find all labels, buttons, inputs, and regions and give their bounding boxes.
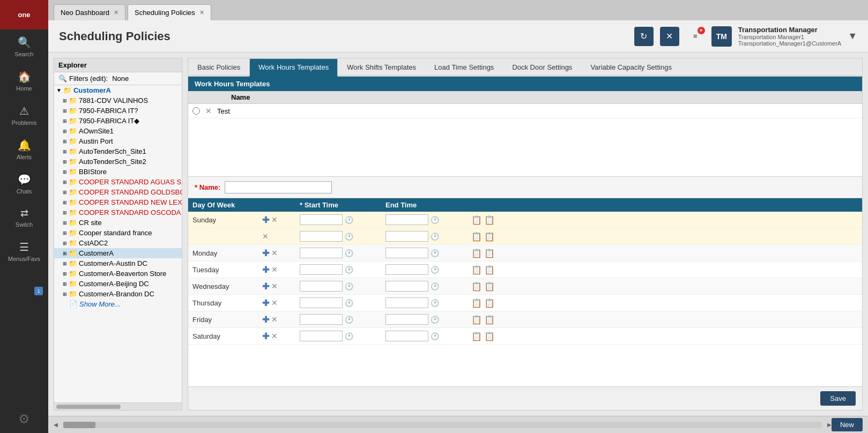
saturday-paste-icon[interactable]: 📋: [484, 331, 495, 341]
tuesday-end-clock[interactable]: 🕐: [431, 266, 439, 274]
delete-row-icon[interactable]: ✕: [205, 107, 212, 115]
monday-copy-icon[interactable]: 📋: [471, 248, 482, 258]
tree-item-show-more[interactable]: 📄 Show More...: [54, 299, 182, 309]
browser-tab-scheduling[interactable]: Scheduling Policies ✕: [128, 4, 211, 20]
tuesday-paste-icon[interactable]: 📋: [484, 265, 495, 275]
friday-start-clock[interactable]: 🕐: [345, 316, 353, 324]
tree-item-auto1[interactable]: ⊞ 📁 AutoTenderSch_Site1: [54, 146, 182, 156]
tree-item-7950b[interactable]: ⊞ 📁 7950-FABRICA IT◆: [54, 116, 182, 126]
tree-item-bbi[interactable]: ⊞ 📁 BBIStore: [54, 167, 182, 177]
wht-row-radio[interactable]: [192, 107, 200, 115]
close-scheduling-tab[interactable]: ✕: [199, 9, 204, 16]
tab-work-shifts-templates[interactable]: Work Shifts Templates: [338, 58, 425, 76]
thursday-start-input[interactable]: [300, 297, 343, 308]
saturday-remove-icon[interactable]: ✕: [271, 332, 278, 340]
wednesday-start-clock[interactable]: 🕐: [345, 282, 353, 290]
sunday-extra-paste-icon[interactable]: 📋: [484, 232, 495, 242]
sidebar-item-switch[interactable]: ⇄ 1 Switch: [0, 201, 48, 234]
sunday-start-clock[interactable]: 🕐: [345, 216, 353, 224]
sidebar-item-chats[interactable]: 💬 Chats: [0, 167, 48, 201]
explorer-scroll-x[interactable]: [54, 402, 182, 410]
new-button[interactable]: New: [832, 418, 863, 431]
tuesday-end-input[interactable]: [385, 264, 428, 275]
sunday-end-clock[interactable]: 🕐: [431, 216, 439, 224]
wednesday-add-icon[interactable]: ✚: [262, 281, 269, 292]
tuesday-copy-icon[interactable]: 📋: [471, 265, 482, 275]
tree-item-auto2[interactable]: ⊞ 📁 AutoTenderSch_Site2: [54, 156, 182, 167]
browser-tab-neo[interactable]: Neo Dashboard ✕: [54, 4, 125, 20]
tree-item-7881[interactable]: ⊞ 📁 7881-CDV VALINHOS: [54, 95, 182, 106]
wednesday-paste-icon[interactable]: 📋: [484, 281, 495, 292]
saturday-copy-icon[interactable]: 📋: [471, 331, 482, 341]
tree-item-cooper-gold[interactable]: ⊞ 📁 COOPER STANDARD GOLDSBORO: [54, 187, 182, 197]
friday-remove-icon[interactable]: ✕: [271, 315, 278, 324]
name-input[interactable]: [225, 181, 332, 193]
tree-item-7950a[interactable]: ⊞ 📁 7950-FABRICA IT?: [54, 106, 182, 116]
wednesday-copy-icon[interactable]: 📋: [471, 281, 482, 292]
tree-item-austin[interactable]: ⊞ 📁 Austin Port: [54, 136, 182, 146]
tuesday-start-input[interactable]: [300, 264, 343, 275]
tree-item-customerA-beaverton[interactable]: ⊞ 📁 CustomerA-Beaverton Store: [54, 268, 182, 279]
sidebar-item-search[interactable]: 🔍 Search: [0, 29, 48, 64]
sidebar-item-home[interactable]: 🏠 Home: [0, 64, 48, 98]
friday-end-clock[interactable]: 🕐: [431, 316, 439, 324]
sunday-extra-copy-icon[interactable]: 📋: [471, 232, 482, 242]
wednesday-remove-icon[interactable]: ✕: [271, 282, 278, 290]
wednesday-end-clock[interactable]: 🕐: [431, 282, 439, 290]
friday-paste-icon[interactable]: 📋: [484, 315, 495, 325]
tree-item-cooper-osc[interactable]: ⊞ 📁 COOPER STANDARD OSCODA: [54, 207, 182, 218]
sunday-end-input[interactable]: [385, 214, 428, 225]
saturday-start-clock[interactable]: 🕐: [345, 332, 353, 340]
save-button[interactable]: Save: [820, 391, 856, 406]
sunday-extra-remove[interactable]: ✕: [262, 232, 269, 241]
sunday-extra-start-input[interactable]: [300, 231, 343, 242]
sunday-copy-icon[interactable]: 📋: [471, 215, 482, 225]
wednesday-start-input[interactable]: [300, 281, 343, 292]
monday-start-clock[interactable]: 🕐: [345, 249, 353, 257]
sunday-extra-end-input[interactable]: [385, 231, 428, 242]
tab-variable-capacity-settings[interactable]: Variable Capacity Settings: [581, 58, 681, 76]
saturday-end-input[interactable]: [385, 331, 428, 341]
monday-start-input[interactable]: [300, 248, 343, 258]
tree-item-customerA-beijing[interactable]: ⊞ 📁 CustomerA-Beijing DC: [54, 279, 182, 289]
tree-item-customerA-austin[interactable]: ⊞ 📁 CustomerA-Austin DC: [54, 258, 182, 268]
refresh-button[interactable]: ↻: [634, 27, 654, 46]
thursday-add-icon[interactable]: ✚: [262, 298, 269, 308]
saturday-start-input[interactable]: [300, 331, 343, 341]
tree-item-cooper-fr[interactable]: ⊞ 📁 Cooper standard france: [54, 228, 182, 238]
thursday-start-clock[interactable]: 🕐: [345, 299, 353, 307]
close-neo-tab[interactable]: ✕: [114, 9, 118, 16]
menu-button[interactable]: ≡ ★: [686, 27, 705, 46]
thursday-paste-icon[interactable]: 📋: [484, 298, 495, 308]
tuesday-add-icon[interactable]: ✚: [262, 265, 269, 275]
sunday-remove-icon[interactable]: ✕: [271, 215, 278, 224]
monday-end-input[interactable]: [385, 248, 428, 258]
tree-item-cstadc2[interactable]: ⊞ 📁 CstADC2: [54, 238, 182, 248]
sidebar-item-problems[interactable]: ⚠ Problems: [0, 98, 48, 132]
monday-paste-icon[interactable]: 📋: [484, 248, 495, 258]
friday-copy-icon[interactable]: 📋: [471, 315, 482, 325]
friday-start-input[interactable]: [300, 314, 343, 325]
sunday-start-input[interactable]: [300, 214, 343, 225]
friday-add-icon[interactable]: ✚: [262, 315, 269, 325]
friday-end-input[interactable]: [385, 314, 428, 325]
tab-load-time-settings[interactable]: Load Time Settings: [425, 58, 503, 76]
tuesday-start-clock[interactable]: 🕐: [345, 266, 353, 274]
monday-add-icon[interactable]: ✚: [262, 248, 269, 258]
thursday-remove-icon[interactable]: ✕: [271, 298, 278, 307]
sidebar-item-menus[interactable]: ☰ Menus/Favs: [0, 234, 48, 268]
tree-root-customerA[interactable]: ▼ 📁 CustomerA: [54, 85, 182, 95]
wednesday-end-input[interactable]: [385, 281, 428, 292]
tuesday-remove-icon[interactable]: ✕: [271, 265, 278, 274]
thursday-copy-icon[interactable]: 📋: [471, 298, 482, 308]
tab-basic-policies[interactable]: Basic Policies: [188, 58, 249, 76]
tree-item-cooper-aguas[interactable]: ⊞ 📁 COOPER STANDARD AGUAS SEALING (...: [54, 177, 182, 187]
tree-item-cr[interactable]: ⊞ 📁 CR site: [54, 218, 182, 228]
sunday-extra-end-clock[interactable]: 🕐: [431, 233, 439, 241]
footer-scroll-thumb[interactable]: [63, 422, 95, 428]
tree-item-cooper-lex[interactable]: ⊞ 📁 COOPER STANDARD NEW LEXINGTON: [54, 197, 182, 207]
explorer-scroll-thumb[interactable]: [56, 405, 121, 409]
tree-item-customerA-selected[interactable]: ⊞ 📁 CustomerA: [54, 248, 182, 258]
sidebar-item-alerts[interactable]: 🔔 Alerts: [0, 132, 48, 167]
tab-work-hours-templates[interactable]: Work Hours Templates: [249, 58, 338, 77]
